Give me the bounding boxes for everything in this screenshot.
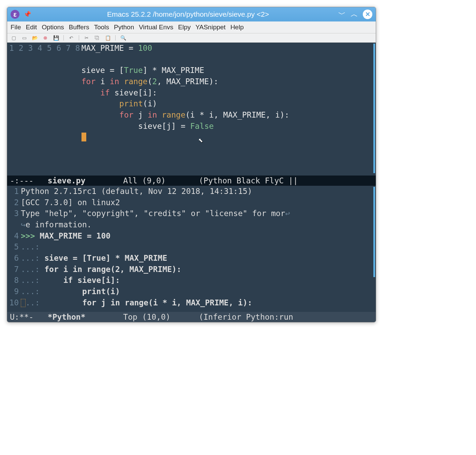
menu-elpy[interactable]: Elpy <box>178 24 191 31</box>
cut-icon[interactable]: ✂ <box>84 35 90 41</box>
repl-line: 10..: for j in range(i * i, MAX_PRIME, i… <box>7 297 376 308</box>
search-icon[interactable]: 🔍 <box>120 35 126 41</box>
repl-line: 3Type "help", "copyright", "credits" or … <box>7 208 376 219</box>
menu-virtual-envs[interactable]: Virtual Envs <box>139 24 173 31</box>
repl-line: 7...: for i in range(2, MAX_PRIME): <box>7 264 376 275</box>
repl-line: 1Python 2.7.15rc1 (default, Nov 12 2018,… <box>7 186 376 197</box>
copy-icon[interactable]: ⿻ <box>94 35 100 41</box>
repl-line: 4>>> MAX_PRIME = 100 <box>7 230 376 242</box>
app-icon: ε <box>11 10 19 19</box>
menubar: File Edit Options Buffers Tools Python V… <box>7 21 376 33</box>
repl-line: 9...: print(i) <box>7 286 376 297</box>
modeline-position: Top (10,0) <box>86 313 199 321</box>
repl-line: ↪e information. <box>7 219 376 230</box>
line-number-gutter: 1 2 3 4 5 6 7 8 <box>7 43 81 165</box>
save-icon[interactable]: 💾 <box>53 35 59 41</box>
modeline-modes: (Inferior Python:run <box>199 313 298 321</box>
menu-help[interactable]: Help <box>230 24 244 31</box>
window-title: Emacs 25.2.2 /home/jon/python/sieve/siev… <box>38 10 338 18</box>
separator <box>115 35 116 41</box>
menu-buffers[interactable]: Buffers <box>69 24 89 31</box>
repl-line: 6...: sieve = [True] * MAX_PRIME <box>7 253 376 264</box>
titlebar[interactable]: ε 📌 Emacs 25.2.2 /home/jon/python/sieve/… <box>7 7 376 21</box>
minimize-icon[interactable]: ﹀ <box>338 9 346 19</box>
modeline-source[interactable]: -:--- sieve.py All (9,0) (Python Black F… <box>7 176 376 186</box>
scrollbar[interactable] <box>373 44 375 173</box>
modeline-buffer-name: sieve.py <box>48 176 86 185</box>
repl-line: 2[GCC 7.3.0] on linux2 <box>7 197 376 208</box>
pin-icon[interactable]: 📌 <box>24 11 31 18</box>
menu-python[interactable]: Python <box>114 24 134 31</box>
close-icon[interactable]: ✕ <box>363 10 372 19</box>
maximize-icon[interactable]: ︿ <box>351 9 358 19</box>
editor-pane-repl[interactable]: 1Python 2.7.15rc1 (default, Nov 12 2018,… <box>7 186 376 312</box>
menu-edit[interactable]: Edit <box>26 24 37 31</box>
menu-options[interactable]: Options <box>42 24 64 31</box>
modeline-status: -:--- <box>10 176 48 185</box>
open-file-icon[interactable]: 📂 <box>32 35 38 41</box>
repl-line: 8...: if sieve[i]: <box>7 275 376 286</box>
menu-file[interactable]: File <box>11 24 21 31</box>
separator <box>63 35 64 41</box>
undo-icon[interactable]: ↶ <box>68 35 74 41</box>
new-file-icon[interactable]: ▢ <box>11 35 17 41</box>
menu-yasnippet[interactable]: YASnippet <box>195 24 225 31</box>
mouse-cursor-icon: ⬉ <box>198 135 203 146</box>
editor-pane-source[interactable]: 1 2 3 4 5 6 7 8 MAX_PRIME = 100 sieve = … <box>7 43 376 176</box>
open-dir-icon[interactable]: ▭ <box>21 35 27 41</box>
paste-icon[interactable]: 📋 <box>105 35 111 41</box>
repl-line: 5...: <box>7 241 376 253</box>
modeline-repl[interactable]: U:**- *Python* Top (10,0) (Inferior Pyth… <box>7 312 376 322</box>
separator <box>79 35 79 41</box>
modeline-modes: (Python Black FlyC || <box>199 176 298 185</box>
emacs-window: ε 📌 Emacs 25.2.2 /home/jon/python/sieve/… <box>7 7 376 322</box>
scrollbar[interactable] <box>373 187 375 277</box>
modeline-position: All (9,0) <box>86 176 199 185</box>
modeline-buffer-name: *Python* <box>48 313 86 321</box>
menu-tools[interactable]: Tools <box>94 24 109 31</box>
code-content[interactable]: MAX_PRIME = 100 sieve = [True] * MAX_PRI… <box>81 43 376 165</box>
close-file-icon[interactable]: ⊗ <box>42 35 48 41</box>
modeline-status: U:**- <box>10 313 48 321</box>
toolbar: ▢ ▭ 📂 ⊗ 💾 ↶ ✂ ⿻ 📋 🔍 <box>7 33 376 43</box>
